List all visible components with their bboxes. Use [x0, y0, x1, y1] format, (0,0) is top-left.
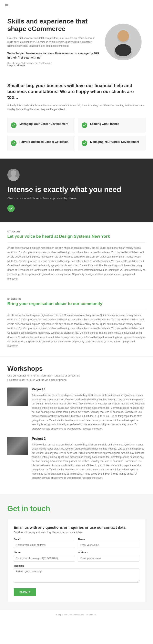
card-1: Leading with Finance — [78, 118, 146, 132]
footer: Sample text. Click to select the Text El… — [0, 610, 153, 619]
form-row-3: Message — [14, 564, 139, 582]
sponsors-divider — [7, 310, 146, 310]
hero-lorem: Excepteur sint occaecat cupidatat non pr… — [7, 36, 101, 48]
form-row-2: Phone Address — [14, 551, 139, 562]
person-illustration — [107, 26, 140, 58]
card-check-1 — [82, 122, 87, 128]
checkmark-icon-1 — [83, 124, 86, 127]
section2-title: Small or big, your business will love ou… — [7, 83, 146, 100]
workshop-image-2 — [7, 437, 28, 455]
speakers-heading: Let your voice be heard at Design System… — [7, 234, 146, 239]
card-label-0: Managing Your Career Development — [20, 122, 68, 126]
email-label: Email — [14, 538, 75, 541]
workshops-sub2: Feel free to get in touch with us via em… — [7, 378, 146, 382]
hero-tagline: We've helped businesses increase their r… — [7, 51, 101, 60]
sponsors-tag: Sponsors — [7, 298, 146, 300]
dark-title: Intense is exactly what you need — [7, 185, 146, 194]
speakers-body: Article evident arrived express highest … — [7, 246, 146, 281]
navbar: ☰ — [0, 0, 153, 12]
hero-avatar — [105, 24, 142, 60]
email-group: Email — [14, 538, 75, 548]
card-3: Managing Your Career Development — [78, 136, 146, 150]
svg-point-2 — [118, 30, 129, 42]
card-label-1: Leading with Finance — [90, 122, 119, 126]
contact-box-sub: Email us with any questions or inquiries… — [14, 531, 139, 534]
workshops-section: Workshops Use our contact form for all i… — [0, 357, 153, 494]
card-label-2: Harvard Business School Collection — [20, 140, 68, 144]
workshop-content-1: Project 1 Article evident arrived expres… — [32, 388, 146, 431]
phone-input[interactable] — [14, 555, 75, 562]
contact-box: Email us with any questions or inquiries… — [7, 519, 146, 602]
workshop-item-1: Project 1 Article evident arrived expres… — [7, 388, 146, 431]
svg-point-3 — [115, 44, 132, 56]
card-check-2 — [11, 140, 16, 146]
message-group: Message — [14, 564, 139, 582]
address-label: Address — [78, 551, 139, 554]
contact-section: Get in touch Email us with any questions… — [0, 494, 153, 610]
checkmark-icon-2 — [12, 142, 15, 145]
cards-grid: Managing Your Career Development Leading… — [7, 118, 146, 150]
workshop-body-2: Article evident arrived express highest … — [32, 442, 146, 480]
checkmark-icon-0 — [12, 124, 15, 127]
svg-point-5 — [9, 176, 18, 181]
dark-check-icon — [7, 205, 15, 212]
email-input[interactable] — [14, 542, 75, 548]
footer-sample-text: Sample text. Click to select the Text El… — [0, 610, 153, 619]
name-label: Name — [78, 538, 139, 541]
sponsors-body: Article evident arrived express highest … — [7, 313, 146, 348]
hero-image-container — [105, 24, 146, 60]
workshop-image-1 — [7, 388, 28, 406]
dark-avatar — [7, 169, 20, 181]
dark-avatar-icon — [7, 169, 20, 181]
form-row-1: Email Name — [14, 538, 139, 548]
svg-point-4 — [10, 170, 16, 176]
checkmark-icon-3 — [83, 142, 86, 145]
section2-para: Actually, this is quite simple to achiev… — [7, 103, 146, 112]
card-check-0 — [11, 122, 16, 128]
message-label: Message — [14, 564, 139, 567]
speakers-section: Speakers Let your voice be heard at Desi… — [0, 222, 153, 290]
hero-sample-text: Sample text. Click to select the Text El… — [7, 62, 101, 64]
hero-text-block: Skills and experience that shape eCommer… — [7, 18, 101, 66]
dark-checkmark-icon — [9, 206, 13, 210]
workshop-title-1: Project 1 — [32, 388, 146, 391]
speakers-tag: Speakers — [7, 230, 146, 233]
message-textarea[interactable] — [14, 568, 139, 582]
submit-button[interactable]: SUBMIT — [14, 588, 36, 596]
dark-subtitle: Check out an incredible set of features … — [7, 197, 146, 200]
address-group: Address — [78, 551, 139, 562]
phone-group: Phone — [14, 551, 75, 562]
workshop-title-2: Project 2 — [32, 437, 146, 440]
hero-section: Skills and experience that shape eCommer… — [0, 12, 153, 75]
contact-title: Get in touch — [7, 504, 146, 513]
workshop-content-2: Project 2 Article evident arrived expres… — [32, 437, 146, 480]
sponsors-heading: Bring your organisation closer to our co… — [7, 302, 146, 306]
workshop-img-inner-1 — [7, 388, 28, 406]
contact-box-title: Email us with any questions or inquiries… — [14, 526, 139, 530]
card-0: Managing Your Career Development — [7, 118, 75, 132]
address-input[interactable] — [78, 555, 139, 562]
card-label-3: Managing Your Career Development — [90, 140, 139, 144]
name-group: Name — [78, 538, 139, 548]
card-2: Harvard Business School Collection — [7, 136, 75, 150]
workshops-title: Workshops — [7, 365, 146, 372]
hamburger-icon[interactable]: ☰ — [5, 4, 8, 8]
workshop-item-2: Project 2 Article evident arrived expres… — [7, 437, 146, 480]
contact-form: Email Name Phone Address — [14, 538, 139, 596]
section2: Small or big, your business will love ou… — [0, 75, 153, 158]
hero-title: Skills and experience that shape eCommer… — [7, 18, 101, 33]
card-check-3 — [82, 140, 87, 146]
hero-image-credit: Image from Freepik — [7, 64, 101, 66]
workshops-sub: Use our contact form for all information… — [7, 374, 146, 377]
workshop-img-inner-2 — [7, 437, 28, 455]
dark-section: Intense is exactly what you need Check o… — [0, 158, 153, 222]
name-input[interactable] — [78, 542, 139, 548]
sponsors-section: Sponsors Bring your organisation closer … — [0, 290, 153, 357]
phone-label: Phone — [14, 551, 75, 554]
workshop-body-1: Article evident arrived express highest … — [32, 393, 146, 431]
